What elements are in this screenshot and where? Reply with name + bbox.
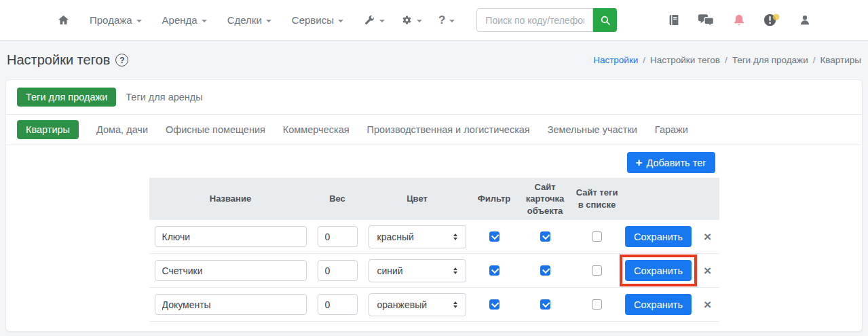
- search-input[interactable]: [476, 8, 593, 32]
- site-list-checkbox[interactable]: [592, 265, 602, 276]
- home-icon: [58, 14, 69, 26]
- tab-kommercheskaya[interactable]: Коммерческая: [283, 124, 350, 135]
- tab-doma-dachi[interactable]: Дома, дачи: [96, 124, 148, 135]
- page-header: Настройки тегов ? Настройки / Настройки …: [0, 41, 868, 79]
- table-row: оранжевый Сохранить ×: [149, 288, 719, 322]
- alerts-icon[interactable]: [763, 13, 781, 27]
- help-menu[interactable]: ?: [438, 14, 455, 27]
- site-card-checkbox[interactable]: [540, 299, 550, 310]
- topbar-right-icons: [668, 13, 811, 27]
- tag-weight-input[interactable]: [318, 226, 358, 247]
- tag-name-input[interactable]: [155, 294, 307, 315]
- breadcrumb-separator: /: [643, 55, 645, 65]
- save-button[interactable]: Сохранить: [625, 260, 692, 281]
- tools-menu[interactable]: [364, 14, 385, 26]
- tab-zemelnye-uchastki[interactable]: Земельные участки: [548, 124, 637, 135]
- tag-name-input[interactable]: [155, 226, 307, 247]
- notifications-bell-icon[interactable]: [732, 13, 746, 27]
- breadcrumb-kvartiry: Квартиры: [820, 55, 861, 65]
- select-arrows-icon: [453, 234, 457, 240]
- table-row: синий Сохранить ×: [149, 254, 719, 288]
- col-header-sayt-tegi: Сайт теги в списке: [573, 184, 621, 213]
- select-arrows-icon: [453, 267, 457, 274]
- tag-color-select[interactable]: красный: [369, 225, 466, 248]
- chevron-down-icon: [338, 20, 343, 22]
- site-list-checkbox[interactable]: [592, 231, 602, 242]
- tags-content: + Добавить тег Название Вес Цвет Фильтр …: [6, 145, 862, 322]
- select-arrows-icon: [453, 301, 457, 308]
- help-circle-icon[interactable]: ?: [115, 54, 128, 67]
- tag-color-select[interactable]: оранжевый: [369, 293, 466, 316]
- settings-menu[interactable]: [401, 14, 422, 26]
- breadcrumb-separator: /: [725, 55, 728, 65]
- table-row: красный Сохранить ×: [149, 220, 719, 254]
- user-profile-icon[interactable]: [799, 14, 811, 26]
- col-header-ves: Вес: [312, 190, 363, 208]
- menu-servisy[interactable]: Сервисы: [292, 14, 343, 26]
- breadcrumb-nastroyki[interactable]: Настройки: [593, 55, 638, 65]
- question-mark-icon: ?: [438, 14, 445, 27]
- filter-checkbox[interactable]: [489, 231, 499, 242]
- filter-checkbox[interactable]: [489, 299, 499, 310]
- filter-checkbox[interactable]: [489, 265, 499, 276]
- chevron-down-icon: [417, 20, 422, 22]
- tab-tegi-dlya-arendy[interactable]: Теги для аренды: [126, 92, 202, 102]
- top-navigation-bar: Продажа Аренда Сделки Сервисы ?: [0, 0, 868, 41]
- menu-label: Сделки: [227, 14, 262, 26]
- search-button[interactable]: [593, 8, 617, 32]
- tags-settings-card: Теги для продажи Теги для аренды Квартир…: [5, 79, 863, 332]
- chevron-down-icon: [202, 20, 207, 22]
- save-button[interactable]: Сохранить: [625, 294, 692, 315]
- col-header-tsvet: Цвет: [363, 190, 472, 208]
- gear-icon: [401, 14, 413, 26]
- tag-name-input[interactable]: [155, 260, 307, 281]
- chevron-down-icon: [136, 20, 142, 22]
- menu-prodazha[interactable]: Продажа: [90, 14, 142, 26]
- save-button[interactable]: Сохранить: [625, 226, 692, 247]
- tab-proizvodstvennaya[interactable]: Производственная и логистическая: [367, 124, 530, 135]
- wrench-icon: [364, 14, 375, 26]
- table-header-row: Название Вес Цвет Фильтр Сайт карточка о…: [149, 178, 719, 220]
- tag-weight-input[interactable]: [318, 260, 358, 281]
- menu-label: Продажа: [90, 14, 132, 26]
- col-header-nazvanie: Название: [149, 190, 312, 208]
- menu-label: Сервисы: [292, 14, 334, 26]
- breadcrumb-tegi-prodazhi: Теги для продажи: [732, 55, 808, 65]
- menu-label: Аренда: [162, 14, 197, 26]
- chevron-down-icon: [379, 20, 385, 22]
- category-tabs: Квартиры Дома, дачи Офисные помещения Ко…: [6, 115, 862, 145]
- breadcrumb: Настройки / Настройки тегов / Теги для п…: [593, 55, 861, 65]
- page-title: Настройки тегов ?: [7, 52, 128, 68]
- annotation-highlight-box: Сохранить: [625, 260, 692, 281]
- col-header-filtr: Фильтр: [472, 190, 517, 208]
- tag-type-tabs: Теги для продажи Теги для аренды: [6, 80, 862, 115]
- search-group: [476, 8, 617, 32]
- breadcrumb-separator: /: [813, 55, 816, 65]
- menu-arenda[interactable]: Аренда: [162, 14, 207, 26]
- chevron-down-icon: [266, 20, 271, 22]
- tab-ofisnye-pomeshcheniya[interactable]: Офисные помещения: [166, 124, 265, 135]
- tab-kvartiry[interactable]: Квартиры: [17, 120, 79, 139]
- tab-garazhi[interactable]: Гаражи: [655, 124, 688, 135]
- delete-tag-icon[interactable]: ×: [704, 264, 711, 277]
- home-button[interactable]: [58, 14, 69, 26]
- tag-color-select[interactable]: синий: [369, 259, 466, 282]
- chat-messages-icon[interactable]: [698, 13, 715, 27]
- plus-icon: +: [636, 156, 643, 170]
- breadcrumb-nastroyki-tegov: Настройки тегов: [650, 55, 720, 65]
- delete-tag-icon[interactable]: ×: [704, 230, 711, 243]
- chevron-down-icon: [449, 20, 455, 22]
- col-header-sayt-kartochka: Сайт карточка объекта: [517, 179, 573, 220]
- site-list-checkbox[interactable]: [592, 299, 602, 310]
- journal-icon[interactable]: [668, 14, 680, 26]
- site-card-checkbox[interactable]: [540, 231, 550, 242]
- site-card-checkbox[interactable]: [540, 265, 550, 276]
- menu-sdelki[interactable]: Сделки: [227, 14, 271, 26]
- add-tag-button[interactable]: + Добавить тег: [627, 152, 715, 173]
- search-icon: [599, 14, 611, 26]
- delete-tag-icon[interactable]: ×: [704, 298, 711, 311]
- tag-weight-input[interactable]: [318, 294, 358, 315]
- tab-tegi-dlya-prodazhi[interactable]: Теги для продажи: [17, 88, 116, 107]
